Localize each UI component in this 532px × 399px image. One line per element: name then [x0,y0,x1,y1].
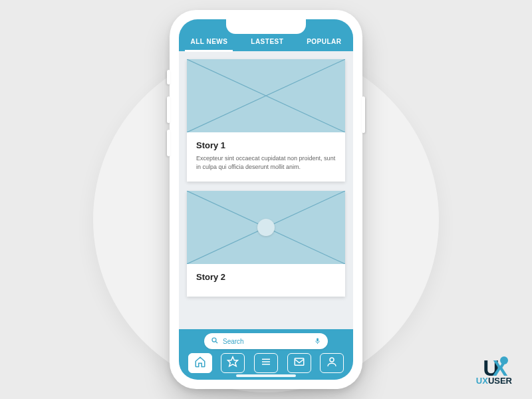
tab-all-news[interactable]: ALL NEWS [188,34,230,49]
phone-side-button [167,96,170,123]
phone-side-button [167,70,170,84]
svg-marker-4 [228,357,238,366]
nav-menu[interactable] [254,353,278,373]
bottom-bar [179,329,353,380]
tab-latest[interactable]: LASTEST [248,34,286,49]
story-title: Story 1 [196,140,336,150]
search-icon [211,335,219,347]
tab-popular[interactable]: POPULAR [304,34,344,49]
nav-mail[interactable] [287,353,311,373]
placeholder-dot [257,219,275,236]
nav-row [186,353,346,373]
logo-dot-icon [500,356,508,364]
nav-favorites[interactable] [221,353,245,373]
brand-logo: UX UXUSER [476,358,512,386]
svg-point-0 [212,338,216,342]
home-icon [194,356,206,370]
svg-point-9 [330,358,334,362]
svg-rect-2 [317,338,319,341]
nav-profile[interactable] [320,353,344,373]
phone-notch [226,19,306,34]
logo-mark: UX [483,358,505,378]
phone-screen: ALL NEWS LASTEST POPULAR Story 1 Excepte… [179,19,353,380]
phone-side-button [362,96,365,133]
search-input[interactable] [223,338,310,345]
mail-icon [293,356,305,370]
story-card[interactable]: Story 2 [187,191,345,297]
mic-icon[interactable] [314,335,321,347]
story-title: Story 2 [196,272,336,282]
svg-rect-8 [295,358,304,366]
search-bar[interactable] [204,333,328,349]
svg-line-1 [216,342,218,344]
nav-home[interactable] [188,353,212,373]
image-placeholder [187,191,345,264]
story-body: Excepteur sint occaecat cupidatat non pr… [196,154,336,171]
user-icon [326,356,338,370]
home-indicator [236,374,296,377]
story-card[interactable]: Story 1 Excepteur sint occaecat cupidata… [187,59,345,182]
phone-frame: ALL NEWS LASTEST POPULAR Story 1 Excepte… [170,10,362,389]
story-list[interactable]: Story 1 Excepteur sint occaecat cupidata… [179,51,353,329]
star-icon [227,356,239,370]
image-placeholder [187,59,345,132]
phone-side-button [167,130,170,156]
menu-icon [260,356,272,370]
